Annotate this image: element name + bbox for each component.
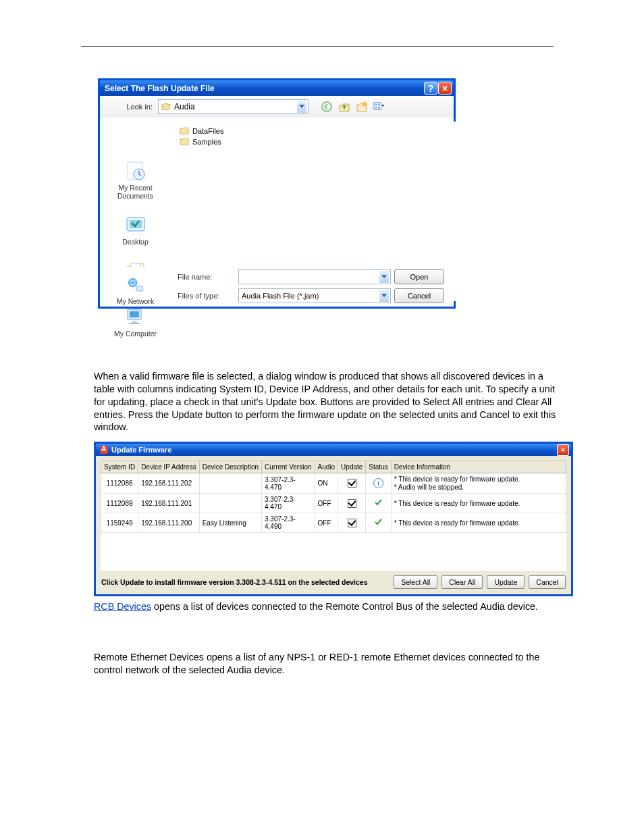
table-row[interactable]: 1112086 192.168.111.202 3.307-2.3-4.470 … <box>101 473 566 494</box>
update-firmware-dialog: Update Firmware × System ID Device IP Ad… <box>94 442 573 596</box>
views-icon[interactable] <box>373 101 385 113</box>
svg-point-16 <box>128 278 136 286</box>
svg-rect-4 <box>378 104 380 106</box>
clear-all-button[interactable]: Clear All <box>441 575 483 589</box>
places-bar: My Recent Documents Desktop My Documents… <box>100 155 171 350</box>
col-system-id[interactable]: System ID <box>101 461 138 473</box>
file-dialog-title: Select The Flash Update File <box>105 84 215 93</box>
footer-message: Click Update to install firmware version… <box>101 578 390 586</box>
cancel-button[interactable]: Cancel <box>529 575 566 589</box>
svg-rect-17 <box>136 286 142 291</box>
col-device-desc[interactable]: Device Description <box>199 461 261 473</box>
cancel-button[interactable]: Cancel <box>394 288 444 303</box>
lookin-value: Audia <box>174 102 195 111</box>
new-folder-icon[interactable] <box>356 101 368 113</box>
col-audio[interactable]: Audio <box>315 461 338 473</box>
file-dialog-toolbar <box>321 101 385 113</box>
folder-icon <box>180 138 189 146</box>
checkmark-icon <box>375 498 383 506</box>
select-all-button[interactable]: Select All <box>394 575 437 589</box>
body-paragraph: Remote Ethernet Devices opens a list of … <box>94 651 566 677</box>
table-row[interactable]: 1112089 192.168.111.201 3.307-2.3-4.470 … <box>101 494 566 513</box>
svg-point-0 <box>322 102 331 111</box>
info-icon: i <box>373 478 383 488</box>
place-mynetwork[interactable]: My Network <box>100 276 171 305</box>
svg-rect-13 <box>130 311 139 317</box>
remote-ethernet-link[interactable]: Remote Ethernet Devices <box>94 652 204 662</box>
col-current-ver[interactable]: Current Version <box>262 461 315 473</box>
open-button[interactable]: Open <box>394 269 444 284</box>
folder-item[interactable]: Samples <box>180 136 451 147</box>
svg-rect-15 <box>129 323 140 324</box>
folder-icon <box>180 127 189 135</box>
update-firmware-titlebar[interactable]: Update Firmware × <box>96 444 571 456</box>
lookin-label: Look in: <box>105 103 153 111</box>
place-mycomp[interactable]: My Computer <box>114 305 157 338</box>
chevron-down-icon[interactable] <box>379 271 389 283</box>
filetype-combo[interactable]: Audia Flash File (*.jam) <box>238 288 391 303</box>
table-row[interactable]: 1159249 192.168.111.200 Easy Listening 3… <box>101 513 566 533</box>
file-dialog: Select The Flash Update File ? × Look in… <box>98 78 456 309</box>
close-button[interactable]: × <box>557 444 569 456</box>
svg-rect-6 <box>378 107 380 109</box>
col-update[interactable]: Update <box>338 461 366 473</box>
page-divider <box>81 46 554 47</box>
lookin-combo[interactable]: Audia <box>158 99 308 114</box>
update-checkbox[interactable] <box>348 479 356 488</box>
svg-rect-3 <box>375 104 377 106</box>
body-paragraph: When a valid firmware file is selected, … <box>94 370 566 434</box>
svg-rect-2 <box>374 103 381 110</box>
update-button[interactable]: Update <box>487 575 525 589</box>
filetype-label: Files of type: <box>178 292 238 300</box>
app-icon <box>100 446 108 454</box>
filename-input[interactable] <box>238 269 391 284</box>
rcb-devices-link[interactable]: RCB Devices <box>94 601 151 612</box>
update-checkbox[interactable] <box>348 499 356 508</box>
update-checkbox[interactable] <box>348 519 356 527</box>
lookin-row: Look in: Audia <box>100 96 454 118</box>
svg-rect-5 <box>375 107 377 109</box>
col-status[interactable]: Status <box>366 461 391 473</box>
svg-point-1 <box>363 102 367 107</box>
col-device-info[interactable]: Device Information <box>391 461 566 473</box>
chevron-down-icon[interactable] <box>297 101 306 113</box>
folder-item[interactable]: DataFiles <box>180 126 451 136</box>
device-table: System ID Device IP Address Device Descr… <box>101 461 566 571</box>
up-one-level-icon[interactable] <box>338 101 350 113</box>
filename-label: File name: <box>178 273 238 281</box>
folder-open-icon <box>161 103 171 111</box>
svg-rect-14 <box>132 321 137 323</box>
file-dialog-titlebar[interactable]: Select The Flash Update File ? × <box>100 80 454 96</box>
chevron-down-icon[interactable] <box>379 290 389 302</box>
help-button[interactable]: ? <box>424 82 437 95</box>
place-desktop[interactable]: Desktop <box>122 213 149 246</box>
update-firmware-title: Update Firmware <box>111 446 171 454</box>
col-device-ip[interactable]: Device IP Address <box>138 461 200 473</box>
close-button[interactable]: × <box>438 82 452 95</box>
body-paragraph: RCB Devices opens a list of devices conn… <box>94 600 566 613</box>
checkmark-icon <box>375 518 383 526</box>
place-recent[interactable]: My Recent Documents <box>110 159 161 200</box>
back-icon[interactable] <box>321 101 333 113</box>
